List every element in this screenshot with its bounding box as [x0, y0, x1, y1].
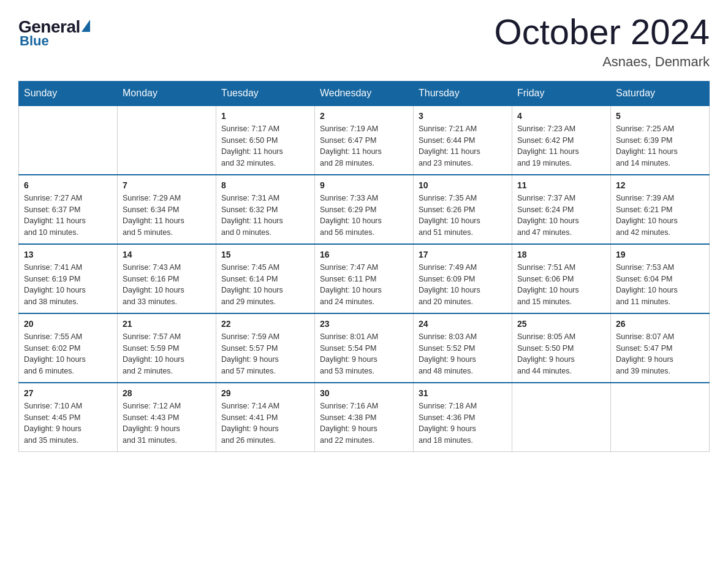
day-number: 10	[419, 180, 507, 190]
day-info: Sunrise: 7:16 AM Sunset: 4:38 PM Dayligh…	[320, 400, 408, 446]
calendar-day-28: 28Sunrise: 7:12 AM Sunset: 4:43 PM Dayli…	[118, 383, 216, 452]
calendar-header-row: SundayMondayTuesdayWednesdayThursdayFrid…	[19, 81, 710, 105]
weekday-header-saturday: Saturday	[611, 81, 710, 105]
weekday-header-friday: Friday	[512, 81, 611, 105]
calendar-day-23: 23Sunrise: 8:01 AM Sunset: 5:54 PM Dayli…	[315, 313, 414, 383]
month-title: October 2024	[495, 12, 710, 52]
calendar-day-25: 25Sunrise: 8:05 AM Sunset: 5:50 PM Dayli…	[512, 313, 611, 383]
day-number: 22	[221, 319, 309, 329]
logo: General Blue	[18, 17, 90, 49]
calendar-table: SundayMondayTuesdayWednesdayThursdayFrid…	[18, 81, 710, 452]
day-number: 21	[123, 319, 211, 329]
day-info: Sunrise: 7:43 AM Sunset: 6:16 PM Dayligh…	[123, 262, 211, 308]
day-info: Sunrise: 8:03 AM Sunset: 5:52 PM Dayligh…	[419, 331, 507, 377]
day-info: Sunrise: 7:47 AM Sunset: 6:11 PM Dayligh…	[320, 262, 408, 308]
calendar-day-4: 4Sunrise: 7:23 AM Sunset: 6:42 PM Daylig…	[512, 105, 611, 175]
calendar-day-2: 2Sunrise: 7:19 AM Sunset: 6:47 PM Daylig…	[315, 105, 414, 175]
calendar-day-24: 24Sunrise: 8:03 AM Sunset: 5:52 PM Dayli…	[414, 313, 512, 383]
day-info: Sunrise: 8:05 AM Sunset: 5:50 PM Dayligh…	[517, 331, 605, 377]
calendar-day-17: 17Sunrise: 7:49 AM Sunset: 6:09 PM Dayli…	[414, 244, 512, 313]
title-area: October 2024 Asnaes, Denmark	[495, 12, 710, 70]
day-info: Sunrise: 7:19 AM Sunset: 6:47 PM Dayligh…	[320, 123, 408, 169]
day-number: 4	[517, 111, 605, 121]
day-number: 20	[24, 319, 112, 329]
weekday-header-tuesday: Tuesday	[216, 81, 315, 105]
day-info: Sunrise: 7:59 AM Sunset: 5:57 PM Dayligh…	[221, 331, 309, 377]
day-info: Sunrise: 7:25 AM Sunset: 6:39 PM Dayligh…	[616, 123, 704, 169]
calendar-day-9: 9Sunrise: 7:33 AM Sunset: 6:29 PM Daylig…	[315, 175, 414, 244]
weekday-header-monday: Monday	[118, 81, 216, 105]
calendar-empty-cell	[19, 105, 118, 175]
calendar-day-11: 11Sunrise: 7:37 AM Sunset: 6:24 PM Dayli…	[512, 175, 611, 244]
day-number: 3	[419, 111, 507, 121]
day-number: 23	[320, 319, 408, 329]
calendar-day-15: 15Sunrise: 7:45 AM Sunset: 6:14 PM Dayli…	[216, 244, 315, 313]
day-info: Sunrise: 7:45 AM Sunset: 6:14 PM Dayligh…	[221, 262, 309, 308]
day-number: 9	[320, 180, 408, 190]
logo-triangle-icon	[82, 20, 90, 32]
calendar-week-row: 27Sunrise: 7:10 AM Sunset: 4:45 PM Dayli…	[19, 383, 710, 452]
day-info: Sunrise: 7:27 AM Sunset: 6:37 PM Dayligh…	[24, 193, 112, 239]
day-info: Sunrise: 7:49 AM Sunset: 6:09 PM Dayligh…	[419, 262, 507, 308]
day-info: Sunrise: 7:57 AM Sunset: 5:59 PM Dayligh…	[123, 331, 211, 377]
calendar-day-22: 22Sunrise: 7:59 AM Sunset: 5:57 PM Dayli…	[216, 313, 315, 383]
day-number: 27	[24, 388, 112, 398]
day-number: 7	[123, 180, 211, 190]
calendar-day-10: 10Sunrise: 7:35 AM Sunset: 6:26 PM Dayli…	[414, 175, 512, 244]
day-number: 17	[419, 250, 507, 259]
calendar-day-5: 5Sunrise: 7:25 AM Sunset: 6:39 PM Daylig…	[611, 105, 710, 175]
calendar-empty-cell	[611, 383, 710, 452]
calendar-day-21: 21Sunrise: 7:57 AM Sunset: 5:59 PM Dayli…	[118, 313, 216, 383]
calendar-week-row: 6Sunrise: 7:27 AM Sunset: 6:37 PM Daylig…	[19, 175, 710, 244]
day-number: 13	[24, 250, 112, 259]
day-number: 28	[123, 388, 211, 398]
day-info: Sunrise: 7:10 AM Sunset: 4:45 PM Dayligh…	[24, 400, 112, 446]
day-number: 14	[123, 250, 211, 259]
day-number: 6	[24, 180, 112, 190]
day-info: Sunrise: 7:41 AM Sunset: 6:19 PM Dayligh…	[24, 262, 112, 308]
day-info: Sunrise: 7:17 AM Sunset: 6:50 PM Dayligh…	[221, 123, 309, 169]
day-number: 31	[419, 388, 507, 398]
calendar-empty-cell	[118, 105, 216, 175]
day-number: 19	[616, 250, 704, 259]
day-info: Sunrise: 7:12 AM Sunset: 4:43 PM Dayligh…	[123, 400, 211, 446]
calendar-day-18: 18Sunrise: 7:51 AM Sunset: 6:06 PM Dayli…	[512, 244, 611, 313]
day-info: Sunrise: 7:33 AM Sunset: 6:29 PM Dayligh…	[320, 193, 408, 239]
calendar-day-7: 7Sunrise: 7:29 AM Sunset: 6:34 PM Daylig…	[118, 175, 216, 244]
calendar-day-31: 31Sunrise: 7:18 AM Sunset: 4:36 PM Dayli…	[414, 383, 512, 452]
calendar-empty-cell	[512, 383, 611, 452]
location-text: Asnaes, Denmark	[495, 54, 710, 70]
day-number: 29	[221, 388, 309, 398]
day-info: Sunrise: 7:14 AM Sunset: 4:41 PM Dayligh…	[221, 400, 309, 446]
day-number: 30	[320, 388, 408, 398]
calendar-day-30: 30Sunrise: 7:16 AM Sunset: 4:38 PM Dayli…	[315, 383, 414, 452]
day-number: 25	[517, 319, 605, 329]
day-info: Sunrise: 7:35 AM Sunset: 6:26 PM Dayligh…	[419, 193, 507, 239]
day-info: Sunrise: 8:07 AM Sunset: 5:47 PM Dayligh…	[616, 331, 704, 377]
day-info: Sunrise: 7:51 AM Sunset: 6:06 PM Dayligh…	[517, 262, 605, 308]
page-header: General Blue October 2024 Asnaes, Denmar…	[18, 12, 710, 70]
calendar-day-1: 1Sunrise: 7:17 AM Sunset: 6:50 PM Daylig…	[216, 105, 315, 175]
calendar-day-12: 12Sunrise: 7:39 AM Sunset: 6:21 PM Dayli…	[611, 175, 710, 244]
day-number: 26	[616, 319, 704, 329]
day-number: 12	[616, 180, 704, 190]
day-info: Sunrise: 7:55 AM Sunset: 6:02 PM Dayligh…	[24, 331, 112, 377]
day-info: Sunrise: 8:01 AM Sunset: 5:54 PM Dayligh…	[320, 331, 408, 377]
calendar-week-row: 20Sunrise: 7:55 AM Sunset: 6:02 PM Dayli…	[19, 313, 710, 383]
logo-blue-text: Blue	[20, 33, 49, 49]
day-info: Sunrise: 7:37 AM Sunset: 6:24 PM Dayligh…	[517, 193, 605, 239]
day-number: 18	[517, 250, 605, 259]
day-info: Sunrise: 7:21 AM Sunset: 6:44 PM Dayligh…	[419, 123, 507, 169]
day-info: Sunrise: 7:39 AM Sunset: 6:21 PM Dayligh…	[616, 193, 704, 239]
calendar-day-13: 13Sunrise: 7:41 AM Sunset: 6:19 PM Dayli…	[19, 244, 118, 313]
weekday-header-sunday: Sunday	[19, 81, 118, 105]
day-info: Sunrise: 7:23 AM Sunset: 6:42 PM Dayligh…	[517, 123, 605, 169]
day-number: 2	[320, 111, 408, 121]
calendar-day-27: 27Sunrise: 7:10 AM Sunset: 4:45 PM Dayli…	[19, 383, 118, 452]
calendar-day-6: 6Sunrise: 7:27 AM Sunset: 6:37 PM Daylig…	[19, 175, 118, 244]
calendar-week-row: 13Sunrise: 7:41 AM Sunset: 6:19 PM Dayli…	[19, 244, 710, 313]
day-number: 5	[616, 111, 704, 121]
weekday-header-thursday: Thursday	[414, 81, 512, 105]
calendar-day-16: 16Sunrise: 7:47 AM Sunset: 6:11 PM Dayli…	[315, 244, 414, 313]
weekday-header-wednesday: Wednesday	[315, 81, 414, 105]
